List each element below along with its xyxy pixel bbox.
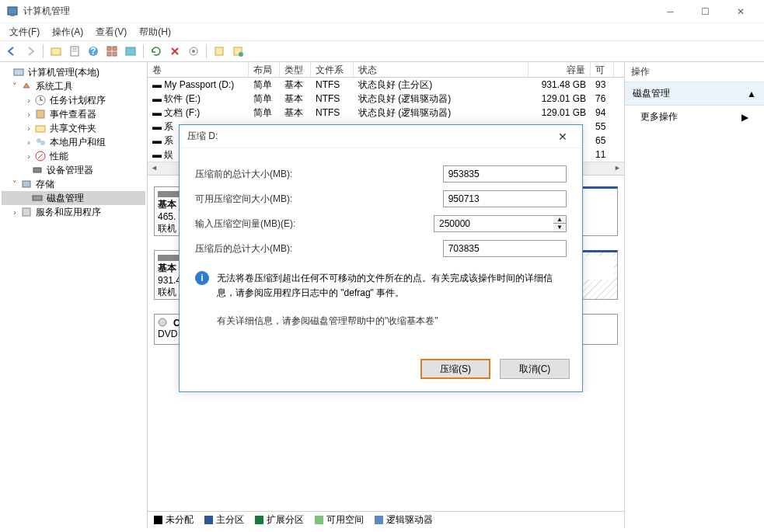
svg-rect-12 — [126, 47, 135, 55]
svg-point-24 — [37, 138, 41, 143]
list-button[interactable] — [122, 43, 139, 60]
after-value: 703835 — [443, 240, 567, 257]
cancel-button[interactable]: 取消(C) — [500, 359, 570, 379]
action1-button[interactable] — [211, 43, 228, 60]
menu-view[interactable]: 查看(V) — [89, 24, 133, 40]
volume-row[interactable]: ▬ 软件 (E:)简单基本NTFS状态良好 (逻辑驱动器)129.01 GB76 — [148, 92, 624, 106]
collapse-icon: ▲ — [747, 89, 756, 99]
action2-button[interactable] — [229, 43, 246, 60]
window-title: 计算机管理 — [23, 5, 653, 18]
back-button[interactable] — [3, 43, 20, 60]
maximize-button[interactable]: ☐ — [688, 0, 723, 23]
tree-systools[interactable]: ˅系统工具 — [2, 79, 145, 93]
close-button[interactable]: ✕ — [723, 0, 758, 23]
dialog-close-button[interactable]: ✕ — [551, 130, 574, 143]
svg-rect-10 — [107, 52, 111, 56]
col-free[interactable]: 可 — [591, 62, 614, 77]
svg-point-14 — [192, 50, 195, 53]
minimize-button[interactable]: ─ — [653, 0, 688, 23]
avail-label: 可用压缩空间大小(MB): — [195, 193, 443, 206]
delete-button[interactable] — [166, 43, 183, 60]
col-type[interactable]: 类型 — [280, 62, 311, 77]
info-icon: i — [195, 271, 209, 285]
chevron-right-icon: ▶ — [741, 112, 748, 123]
tree-sharedfolders[interactable]: ›共享文件夹 — [2, 121, 145, 135]
shrink-dialog: 压缩 D: ✕ 压缩前的总计大小(MB): 953835 可用压缩空间大小(MB… — [179, 124, 583, 392]
svg-rect-31 — [23, 208, 30, 216]
settings-button[interactable] — [185, 43, 202, 60]
actions-more[interactable]: 更多操作▶ — [625, 106, 764, 128]
svg-rect-32 — [158, 191, 181, 197]
spin-down-icon[interactable]: ▼ — [553, 224, 566, 231]
tree-root[interactable]: 计算机管理(本地) — [2, 65, 145, 79]
volume-row[interactable]: ▬ My Passport (D:)简单基本NTFS状态良好 (主分区)931.… — [148, 78, 624, 92]
svg-point-17 — [239, 52, 243, 57]
svg-rect-2 — [51, 48, 61, 55]
volume-list-header: 卷 布局 类型 文件系统 状态 容量 可 — [148, 62, 624, 78]
spin-up-icon[interactable]: ▲ — [553, 216, 566, 224]
tree-diskmgmt[interactable]: 磁盘管理 — [2, 191, 145, 205]
svg-point-25 — [40, 141, 45, 145]
svg-rect-23 — [36, 126, 45, 132]
svg-point-34 — [159, 318, 166, 326]
nav-tree: 计算机管理(本地) ˅系统工具 ›任务计划程序 ›事件查看器 ›共享文件夹 ›本… — [0, 62, 148, 528]
svg-rect-28 — [33, 168, 41, 172]
spinner[interactable]: ▲▼ — [553, 215, 567, 232]
svg-rect-30 — [33, 196, 42, 200]
after-label: 压缩后的总计大小(MB): — [195, 242, 443, 256]
input-label: 输入压缩空间量(MB)(E): — [195, 217, 434, 231]
svg-rect-22 — [37, 110, 44, 118]
help-link-text: 有关详细信息，请参阅磁盘管理帮助中的"收缩基本卷" — [217, 315, 567, 328]
svg-text:?: ? — [90, 46, 96, 57]
before-label: 压缩前的总计大小(MB): — [195, 168, 443, 181]
col-layout[interactable]: 布局 — [249, 62, 280, 77]
svg-rect-33 — [158, 255, 181, 261]
app-icon — [6, 5, 19, 18]
toolbar: ? — [0, 40, 764, 62]
col-fs[interactable]: 文件系统 — [311, 62, 354, 77]
col-capacity[interactable]: 容量 — [529, 62, 591, 77]
tree-eventviewer[interactable]: ›事件查看器 — [2, 107, 145, 121]
actions-diskmgmt[interactable]: 磁盘管理▲ — [625, 82, 764, 106]
legend: 未分配 主分区 扩展分区 可用空间 逻辑驱动器 — [148, 511, 624, 528]
tree-performance[interactable]: ›性能 — [2, 149, 145, 163]
dialog-title: 压缩 D: — [187, 130, 551, 143]
before-value: 953835 — [443, 165, 567, 183]
menu-file[interactable]: 文件(F) — [3, 24, 46, 40]
titlebar: 计算机管理 ─ ☐ ✕ — [0, 0, 764, 23]
tile-button[interactable] — [103, 43, 120, 60]
svg-rect-29 — [23, 181, 30, 187]
menubar: 文件(F) 操作(A) 查看(V) 帮助(H) — [0, 23, 764, 40]
svg-rect-9 — [113, 47, 117, 50]
shrink-amount-input[interactable]: 250000 — [434, 215, 553, 232]
tree-services[interactable]: ›服务和应用程序 — [2, 205, 145, 219]
menu-help[interactable]: 帮助(H) — [133, 24, 177, 40]
menu-action[interactable]: 操作(A) — [46, 24, 89, 40]
col-status[interactable]: 状态 — [354, 62, 529, 77]
refresh-button[interactable] — [148, 43, 165, 60]
help-button[interactable]: ? — [85, 43, 102, 60]
tree-devicemgr[interactable]: 设备管理器 — [2, 163, 145, 177]
svg-rect-0 — [8, 7, 17, 15]
svg-rect-18 — [14, 69, 23, 75]
up-button[interactable] — [47, 43, 65, 60]
svg-rect-8 — [107, 47, 111, 50]
tree-scheduler[interactable]: ›任务计划程序 — [2, 93, 145, 107]
tree-localusers[interactable]: ›本地用户和组 — [2, 135, 145, 149]
actions-header: 操作 — [625, 62, 764, 82]
svg-rect-1 — [10, 15, 15, 16]
forward-button[interactable] — [22, 43, 39, 60]
volume-row[interactable]: ▬ 文档 (F:)简单基本NTFS状态良好 (逻辑驱动器)129.01 GB94 — [148, 106, 624, 120]
svg-rect-11 — [113, 52, 117, 56]
svg-rect-15 — [215, 47, 223, 55]
properties-button[interactable] — [66, 43, 83, 60]
info-text: 无法将卷压缩到超出任何不可移动的文件所在的点。有关完成该操作时间的详细信息，请参… — [217, 271, 567, 301]
avail-value: 950713 — [443, 190, 567, 207]
col-volume[interactable]: 卷 — [148, 62, 249, 77]
shrink-button[interactable]: 压缩(S) — [420, 359, 490, 379]
actions-pane: 操作 磁盘管理▲ 更多操作▶ — [624, 62, 764, 528]
tree-storage[interactable]: ˅存储 — [2, 177, 145, 191]
